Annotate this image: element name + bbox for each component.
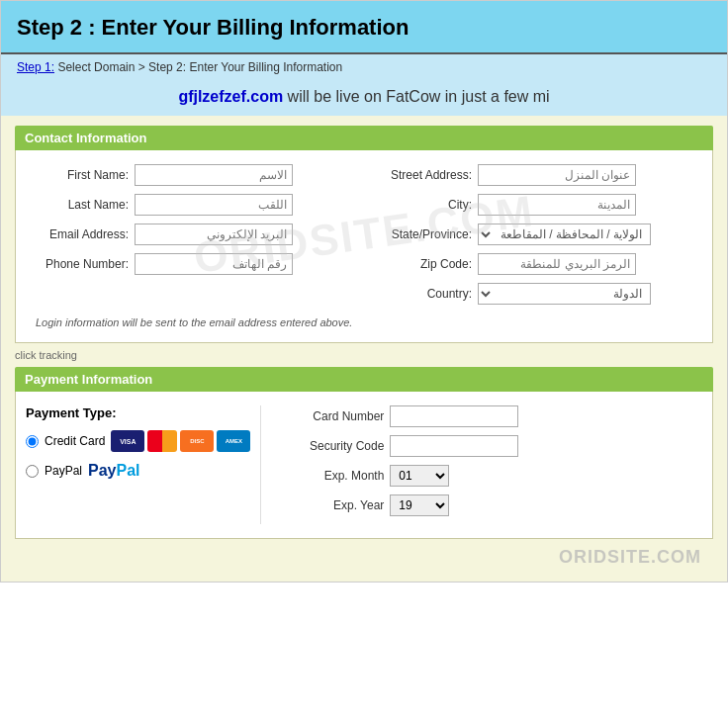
phone-row: Phone Number: <box>26 253 359 275</box>
breadcrumb-path: Select Domain > Step 2: Enter Your Billi… <box>57 60 342 74</box>
step1-link[interactable]: Step 1: <box>17 60 54 74</box>
email-label: Email Address: <box>26 227 135 241</box>
first-name-input[interactable] <box>135 164 293 186</box>
page-title: Step 2 : Enter Your Billing Information <box>17 15 711 41</box>
first-name-label: First Name: <box>26 168 135 182</box>
street-row: Street Address: <box>369 164 702 186</box>
phone-input[interactable] <box>135 253 293 275</box>
breadcrumb: Step 1: Select Domain > Step 2: Enter Yo… <box>1 54 727 80</box>
paypal-pal-text: Pal <box>117 462 140 480</box>
paypal-logo: PayPal <box>88 462 139 480</box>
payment-section-body: Payment Type: Credit Card VISA DISC AMEX <box>15 392 713 539</box>
domain-name: gfjlzefzef.com <box>178 88 283 105</box>
zip-label: Zip Code: <box>369 257 478 271</box>
state-label: State/Province: <box>369 227 478 241</box>
paypal-label: PayPal <box>45 464 82 478</box>
phone-label: Phone Number: <box>26 257 135 271</box>
street-label: Street Address: <box>369 168 478 182</box>
card-icons: VISA DISC AMEX <box>111 430 250 452</box>
main-content: ORIDSITE.COM Contact Information First N… <box>1 116 727 582</box>
country-select[interactable]: الدولة <box>478 283 651 305</box>
country-label: Country: <box>369 287 478 301</box>
login-note: Login information will be sent to the em… <box>26 313 702 328</box>
contact-section: ORIDSITE.COM Contact Information First N… <box>15 126 713 343</box>
state-select[interactable]: الولاية / المحافظة / المقاطعة <box>478 224 651 245</box>
credit-card-radio[interactable] <box>26 435 39 448</box>
security-code-label: Security Code <box>291 439 390 453</box>
payment-type-area: Payment Type: Credit Card VISA DISC AMEX <box>26 405 261 524</box>
exp-month-row: Exp. Month 01 <box>291 465 702 487</box>
last-name-label: Last Name: <box>26 198 135 212</box>
contact-section-body: First Name: Last Name: Email Address: <box>15 150 713 343</box>
bottom-bar: ORIDSITE.COM <box>15 539 713 572</box>
paypal-radio[interactable] <box>26 465 39 478</box>
domain-suffix: will be live on FatCow in just a few mi <box>283 88 549 105</box>
bottom-watermark: ORIDSITE.COM <box>559 547 701 568</box>
credit-card-label: Credit Card <box>45 434 105 448</box>
credit-card-option: Credit Card VISA DISC AMEX <box>26 430 250 452</box>
city-input[interactable] <box>478 194 636 216</box>
exp-year-row: Exp. Year 19 <box>291 494 702 516</box>
payment-type-label: Payment Type: <box>26 405 250 420</box>
exp-month-select[interactable]: 01 <box>390 465 449 487</box>
country-row: Country: الدولة <box>369 283 702 305</box>
paypal-option: PayPal PayPal <box>26 462 250 480</box>
domain-banner: gfjlzefzef.com will be live on FatCow in… <box>1 80 727 116</box>
page-header: Step 2 : Enter Your Billing Information <box>1 1 727 54</box>
card-number-input[interactable] <box>390 405 518 427</box>
city-row: City: <box>369 194 702 216</box>
last-name-input[interactable] <box>135 194 293 216</box>
payment-section: Payment Information Payment Type: Credit… <box>15 367 713 539</box>
click-tracking-label: click tracking <box>15 343 713 363</box>
visa-icon: VISA <box>111 430 144 452</box>
contact-right-col: Street Address: City: State/Province: ال… <box>369 164 702 313</box>
contact-grid: First Name: Last Name: Email Address: <box>26 164 702 313</box>
zip-input[interactable] <box>478 253 636 275</box>
email-input[interactable] <box>135 224 293 245</box>
card-details-area: Card Number Security Code Exp. Month 01 <box>281 405 702 524</box>
exp-year-label: Exp. Year <box>291 498 390 512</box>
exp-month-label: Exp. Month <box>291 469 390 483</box>
card-number-row: Card Number <box>291 405 702 427</box>
email-row: Email Address: <box>26 224 359 245</box>
contact-section-header: Contact Information <box>15 126 713 150</box>
discover-icon: DISC <box>180 430 214 452</box>
state-row: State/Province: الولاية / المحافظة / الم… <box>369 224 702 245</box>
exp-year-select[interactable]: 19 <box>390 494 449 516</box>
amex-icon: AMEX <box>217 430 250 452</box>
card-number-label: Card Number <box>291 409 390 423</box>
contact-left-col: First Name: Last Name: Email Address: <box>26 164 359 313</box>
payment-section-header: Payment Information <box>15 367 713 392</box>
city-label: City: <box>369 198 478 212</box>
page-wrapper: Step 2 : Enter Your Billing Information … <box>0 0 728 583</box>
security-code-input[interactable] <box>390 435 518 457</box>
mastercard-icon <box>147 430 177 452</box>
street-input[interactable] <box>478 164 636 186</box>
first-name-row: First Name: <box>26 164 359 186</box>
zip-row: Zip Code: <box>369 253 702 275</box>
last-name-row: Last Name: <box>26 194 359 216</box>
security-code-row: Security Code <box>291 435 702 457</box>
paypal-pay-text: Pay <box>88 462 116 480</box>
